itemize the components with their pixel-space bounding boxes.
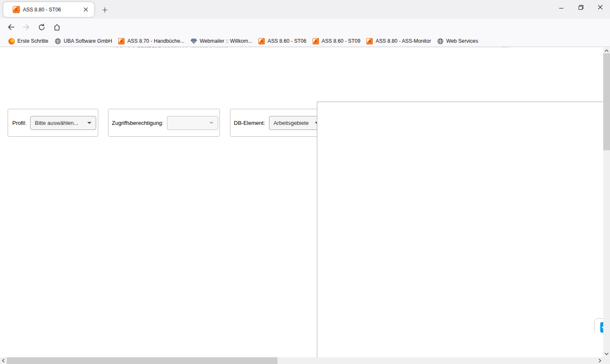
bookmark-ass-860-st06[interactable]: A ASS 8.60 - ST06 (255, 36, 309, 46)
result-frame (317, 102, 610, 364)
bookmark-uba-software[interactable]: UBA Software GmbH (51, 36, 115, 46)
ass-app-icon: A (312, 38, 319, 44)
horizontal-scroll-thumb[interactable] (7, 357, 277, 364)
page-content: Profil: Bitte auswählen... Zugriffsberec… (0, 47, 610, 364)
ass-app-icon: A (366, 38, 373, 44)
bookmark-ass-880-monitor[interactable]: A ASS 8.80 - ASS-Monitor (363, 36, 434, 46)
tab-bar: A ASS 8.80 - ST06 (0, 0, 610, 19)
zugriffsberechtigung-select[interactable] (167, 116, 218, 130)
vertical-scroll-thumb[interactable] (603, 53, 610, 150)
db-element-select[interactable]: Arbeitsgebiete (269, 116, 324, 130)
close-window-button[interactable] (591, 0, 610, 14)
profil-label: Profil: (12, 120, 26, 126)
new-tab-button[interactable] (99, 4, 110, 15)
scroll-right-arrow-icon[interactable] (596, 357, 603, 364)
firefox-icon (8, 38, 15, 44)
forward-button[interactable] (19, 20, 33, 34)
chevron-down-icon (87, 122, 92, 124)
ass-favicon-icon: A (13, 6, 20, 13)
globe-icon (54, 38, 61, 44)
scrollbar-corner (603, 357, 610, 364)
bookmark-label: Webmailer :: Willkom... (200, 38, 252, 44)
bookmark-label: ASS 8.60 - ST09 (322, 38, 360, 44)
navigation-toolbar: localhost:8080/ass_st06/ASS.html (0, 19, 610, 36)
zugriffsberechtigung-label: Zugriffsberechtigung: (112, 120, 164, 126)
bookmark-label: Web Services (446, 38, 478, 44)
bookmark-web-services[interactable]: Web Services (434, 36, 481, 46)
zugriffsberechtigung-group: Zugriffsberechtigung: (108, 109, 220, 137)
db-element-label: DB-Element: (234, 120, 265, 126)
ass-app-icon: A (258, 38, 265, 44)
bookmark-ass-860-st09[interactable]: A ASS 8.60 - ST09 (309, 36, 363, 46)
bookmark-label: ASS 8.60 - ST06 (268, 38, 306, 44)
tab-title: ASS 8.80 - ST06 (23, 7, 61, 13)
scroll-down-arrow-icon[interactable] (603, 350, 610, 357)
profil-select[interactable]: Bitte auswählen... (30, 116, 96, 130)
reload-button[interactable] (35, 20, 48, 34)
browser-tab[interactable]: A ASS 8.80 - ST06 (3, 2, 94, 17)
chevron-down-icon (209, 122, 214, 124)
minimize-button[interactable] (552, 0, 571, 14)
bookmark-ass-870-handbuecher[interactable]: A ASS 8.70 - Handbüche... (115, 36, 188, 46)
window-controls (552, 0, 610, 17)
back-button[interactable] (4, 20, 18, 34)
bookmark-label: ASS 8.80 - ASS-Monitor (376, 38, 431, 44)
restore-button[interactable] (571, 0, 591, 14)
db-element-select-value: Arbeitsgebiete (274, 120, 309, 126)
profil-select-value: Bitte auswählen... (35, 120, 78, 126)
bookmark-webmailer[interactable]: Webmailer :: Willkom... (187, 36, 255, 46)
bookmark-erste-schritte[interactable]: Erste Schritte (5, 36, 51, 46)
bookmarks-bar: Erste Schritte UBA Software GmbH A ASS 8… (0, 36, 610, 47)
scroll-left-arrow-icon[interactable] (0, 357, 7, 364)
horizontal-scrollbar[interactable] (0, 357, 610, 364)
globe-icon (437, 38, 444, 44)
webmailer-icon (190, 38, 197, 44)
profil-group: Profil: Bitte auswählen... (8, 109, 98, 137)
tab-close-icon[interactable] (81, 6, 90, 14)
bookmark-label: ASS 8.70 - Handbüche... (128, 38, 185, 44)
home-button[interactable] (50, 20, 64, 34)
ass-app-icon: A (118, 38, 125, 44)
vertical-scrollbar[interactable] (603, 47, 610, 357)
bookmark-label: Erste Schritte (17, 38, 48, 44)
bookmark-label: UBA Software GmbH (64, 38, 112, 44)
